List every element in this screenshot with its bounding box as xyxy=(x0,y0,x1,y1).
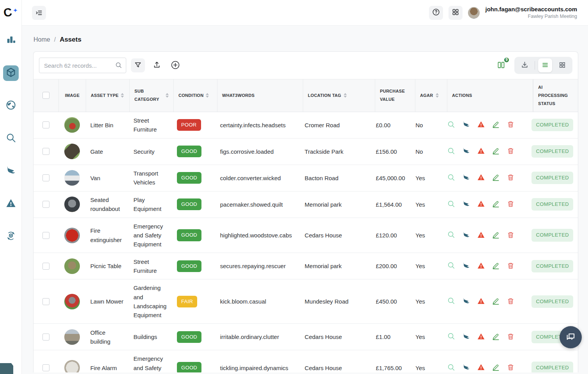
row-checkbox[interactable] xyxy=(42,334,49,341)
maintenance-button[interactable] xyxy=(462,147,470,156)
delete-button[interactable] xyxy=(507,363,515,372)
asset-thumbnail[interactable] xyxy=(64,170,80,186)
delete-button[interactable] xyxy=(507,147,515,156)
row-checkbox[interactable] xyxy=(42,298,49,305)
sub-category-value: Security xyxy=(133,148,154,155)
view-details-button[interactable] xyxy=(447,147,456,156)
report-issue-button[interactable] xyxy=(477,120,485,130)
maintenance-button[interactable] xyxy=(462,173,470,183)
chat-button[interactable] xyxy=(560,326,582,348)
edit-button[interactable] xyxy=(492,332,500,342)
report-issue-button[interactable] xyxy=(477,173,485,183)
edit-button[interactable] xyxy=(492,231,500,240)
delete-button[interactable] xyxy=(507,200,515,209)
sidebar-item-dashboard[interactable] xyxy=(3,33,19,48)
delete-button[interactable] xyxy=(507,231,515,240)
maintenance-button[interactable] xyxy=(462,297,470,306)
delete-button[interactable] xyxy=(507,120,515,130)
report-issue-button[interactable] xyxy=(477,332,485,342)
edit-button[interactable] xyxy=(492,200,500,209)
sidebar-item-maintenance[interactable] xyxy=(3,163,19,179)
report-issue-button[interactable] xyxy=(477,200,485,209)
edit-button[interactable] xyxy=(492,363,500,372)
sort-sub-category[interactable] xyxy=(166,93,169,98)
sort-location-tag[interactable] xyxy=(344,93,347,98)
maintenance-button[interactable] xyxy=(462,262,470,271)
search-input[interactable] xyxy=(39,58,126,73)
maintenance-button[interactable] xyxy=(462,200,470,209)
maintenance-button[interactable] xyxy=(462,363,470,372)
sort-agar[interactable] xyxy=(436,93,439,98)
row-checkbox[interactable] xyxy=(42,121,49,128)
manage-columns-button[interactable]: 9 xyxy=(496,60,506,71)
logo-letter: C xyxy=(3,6,13,19)
report-issue-button[interactable] xyxy=(477,231,485,240)
asset-thumbnail[interactable] xyxy=(64,294,80,309)
delete-button[interactable] xyxy=(507,262,515,271)
edit-pencil-icon xyxy=(492,120,500,130)
view-details-button[interactable] xyxy=(447,173,456,183)
maintenance-button[interactable] xyxy=(462,120,470,130)
view-details-button[interactable] xyxy=(447,297,456,306)
view-details-button[interactable] xyxy=(447,120,456,130)
row-checkbox[interactable] xyxy=(42,201,49,208)
edit-button[interactable] xyxy=(492,262,500,271)
sidebar-item-ai-processing[interactable] xyxy=(3,229,19,244)
report-issue-button[interactable] xyxy=(477,147,485,156)
sidebar-item-issues[interactable] xyxy=(3,196,19,212)
delete-button[interactable] xyxy=(507,332,515,342)
report-issue-button[interactable] xyxy=(477,297,485,306)
list-view-button[interactable] xyxy=(538,58,552,72)
edit-button[interactable] xyxy=(492,297,500,306)
help-button[interactable] xyxy=(429,6,443,20)
row-checkbox[interactable] xyxy=(42,232,49,239)
asset-thumbnail[interactable] xyxy=(64,117,80,133)
magnifier-icon xyxy=(447,200,456,209)
apps-button[interactable] xyxy=(449,6,463,20)
user-info[interactable]: john.fagan@scribeaccounts.com Fawley Par… xyxy=(485,5,577,20)
view-details-button[interactable] xyxy=(447,200,456,209)
sidebar-item-assets[interactable] xyxy=(3,65,19,81)
row-checkbox[interactable] xyxy=(42,364,49,371)
edit-button[interactable] xyxy=(492,147,500,156)
breadcrumb-home-link[interactable]: Home xyxy=(34,36,50,43)
sidebar-item-inspections[interactable] xyxy=(3,131,19,146)
report-issue-button[interactable] xyxy=(477,363,485,372)
add-asset-button[interactable] xyxy=(168,58,182,72)
row-checkbox[interactable] xyxy=(42,174,49,181)
sidebar-item-map[interactable] xyxy=(3,98,19,114)
sidebar-toggle-button[interactable] xyxy=(32,6,46,20)
row-checkbox[interactable] xyxy=(42,148,49,155)
view-details-button[interactable] xyxy=(447,363,456,372)
select-all-checkbox[interactable] xyxy=(42,92,49,99)
row-checkbox[interactable] xyxy=(42,263,49,270)
asset-thumbnail[interactable] xyxy=(64,329,80,345)
edit-button[interactable] xyxy=(492,120,500,130)
delete-button[interactable] xyxy=(507,173,515,183)
download-button[interactable] xyxy=(517,58,531,72)
filter-button[interactable] xyxy=(131,58,145,72)
export-button[interactable] xyxy=(150,58,164,72)
asset-thumbnail[interactable] xyxy=(64,360,80,372)
asset-thumbnail[interactable] xyxy=(64,228,80,243)
asset-thumbnail[interactable] xyxy=(64,197,80,212)
asset-thumbnail[interactable] xyxy=(64,144,80,159)
sort-asset-type[interactable] xyxy=(121,93,124,98)
edit-button[interactable] xyxy=(492,173,500,183)
maintenance-button[interactable] xyxy=(462,332,470,342)
grid-view-button[interactable] xyxy=(555,58,569,72)
report-issue-button[interactable] xyxy=(477,262,485,271)
table-row: Van Transport Vehicles GOOD colder.conve… xyxy=(34,165,578,191)
app-logo[interactable]: C ✦ xyxy=(4,4,18,21)
pliers-icon xyxy=(462,297,470,306)
pliers-icon xyxy=(462,363,470,372)
view-details-button[interactable] xyxy=(447,332,456,342)
avatar[interactable] xyxy=(468,7,480,19)
delete-button[interactable] xyxy=(507,297,515,306)
asset-thumbnail[interactable] xyxy=(64,258,80,274)
view-details-button[interactable] xyxy=(447,230,456,240)
view-details-button[interactable] xyxy=(447,261,456,271)
sort-condition[interactable] xyxy=(206,93,209,98)
agar-value: No xyxy=(415,148,423,155)
maintenance-button[interactable] xyxy=(462,231,470,240)
